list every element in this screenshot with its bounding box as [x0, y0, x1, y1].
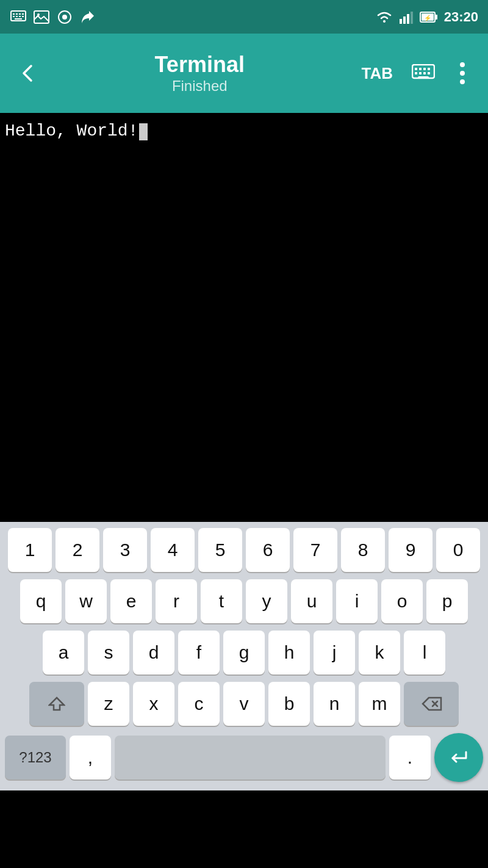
bottom-row: ?123 , .	[2, 733, 486, 790]
key-i[interactable]: i	[336, 579, 378, 623]
key-4[interactable]: 4	[151, 528, 195, 572]
svg-rect-26	[423, 68, 426, 70]
share-status-icon	[79, 9, 96, 26]
enter-button[interactable]	[434, 733, 483, 782]
status-left-icons	[10, 9, 96, 26]
key-3[interactable]: 3	[103, 528, 147, 572]
qwerty-row: q w e r t y u i o p	[2, 579, 486, 623]
toolbar-subtitle: Finished	[172, 78, 228, 95]
key-8[interactable]: 8	[341, 528, 385, 572]
key-x[interactable]: x	[133, 682, 174, 726]
key-t[interactable]: t	[201, 579, 242, 623]
status-bar: ⚡ 23:20	[0, 0, 488, 34]
key-r[interactable]: r	[156, 579, 197, 623]
key-w[interactable]: w	[65, 579, 107, 623]
keyboard-area: 1 2 3 4 5 6 7 8 9 0 q w e r t y u i o p …	[0, 522, 488, 790]
key-k[interactable]: k	[359, 631, 400, 675]
key-m[interactable]: m	[359, 682, 400, 726]
key-y[interactable]: y	[246, 579, 287, 623]
svg-rect-7	[19, 16, 21, 17]
settings-status-icon	[56, 9, 73, 26]
svg-rect-24	[415, 68, 417, 70]
key-5[interactable]: 5	[198, 528, 242, 572]
svg-point-33	[460, 62, 465, 67]
key-e[interactable]: e	[110, 579, 152, 623]
key-2[interactable]: 2	[56, 528, 99, 572]
svg-rect-6	[16, 16, 18, 17]
svg-rect-32	[418, 76, 429, 79]
zxcv-row: z x c v b n m	[2, 682, 486, 726]
svg-rect-3	[19, 13, 21, 15]
svg-point-13	[62, 15, 67, 20]
svg-rect-5	[13, 16, 15, 17]
key-g[interactable]: g	[223, 631, 265, 675]
key-0[interactable]: 0	[436, 528, 480, 572]
svg-rect-23	[412, 65, 434, 78]
key-a[interactable]: a	[43, 631, 84, 675]
more-options-button[interactable]	[449, 60, 476, 87]
keyboard-status-icon	[10, 9, 27, 26]
key-l[interactable]: l	[404, 631, 445, 675]
key-6[interactable]: 6	[246, 528, 290, 572]
svg-point-34	[460, 71, 465, 76]
svg-rect-25	[419, 68, 422, 70]
svg-rect-29	[419, 72, 422, 74]
status-right-icons: ⚡ 23:20	[376, 9, 478, 25]
svg-rect-18	[411, 12, 413, 24]
key-n[interactable]: n	[314, 682, 355, 726]
toolbar-title-group: Terminal Finished	[55, 52, 344, 95]
key-v[interactable]: v	[223, 682, 265, 726]
svg-rect-20	[435, 15, 437, 20]
svg-rect-16	[403, 16, 406, 24]
svg-rect-2	[16, 13, 18, 15]
keyboard-toggle-button[interactable]	[410, 60, 437, 87]
backspace-button[interactable]	[404, 682, 459, 726]
svg-rect-31	[428, 72, 430, 74]
key-z[interactable]: z	[88, 682, 129, 726]
svg-point-14	[383, 20, 386, 23]
key-u[interactable]: u	[291, 579, 332, 623]
key-d[interactable]: d	[133, 631, 174, 675]
svg-rect-1	[13, 13, 15, 15]
svg-point-35	[460, 79, 465, 84]
svg-rect-9	[15, 18, 22, 20]
key-f[interactable]: f	[178, 631, 220, 675]
key-o[interactable]: o	[381, 579, 423, 623]
svg-rect-8	[22, 16, 24, 17]
key-1[interactable]: 1	[8, 528, 52, 572]
key-s[interactable]: s	[88, 631, 129, 675]
toolbar: Terminal Finished TAB	[0, 34, 488, 113]
key-b[interactable]: b	[268, 682, 310, 726]
svg-rect-15	[400, 19, 402, 24]
sym-button[interactable]: ?123	[5, 736, 66, 779]
svg-text:⚡: ⚡	[424, 14, 432, 22]
key-7[interactable]: 7	[293, 528, 337, 572]
key-p[interactable]: p	[426, 579, 468, 623]
number-row: 1 2 3 4 5 6 7 8 9 0	[2, 528, 486, 572]
key-comma[interactable]: ,	[70, 736, 111, 779]
svg-rect-17	[407, 14, 409, 24]
key-c[interactable]: c	[178, 682, 220, 726]
toolbar-actions: TAB	[356, 59, 476, 88]
terminal-area[interactable]: Hello, World!	[0, 113, 488, 522]
back-button[interactable]	[12, 58, 43, 89]
terminal-output: Hello, World!	[5, 119, 483, 143]
toolbar-title: Terminal	[155, 52, 245, 78]
tab-button[interactable]: TAB	[356, 59, 398, 88]
key-period[interactable]: .	[389, 736, 431, 779]
status-time: 23:20	[444, 9, 478, 25]
key-h[interactable]: h	[268, 631, 310, 675]
key-j[interactable]: j	[314, 631, 355, 675]
battery-icon: ⚡	[420, 10, 438, 24]
terminal-cursor	[139, 123, 148, 140]
svg-rect-4	[22, 13, 24, 15]
asdf-row: a s d f g h j k l	[2, 631, 486, 675]
signal-icon	[399, 10, 414, 24]
shift-button[interactable]	[29, 682, 84, 726]
key-q[interactable]: q	[20, 579, 62, 623]
key-9[interactable]: 9	[389, 528, 432, 572]
svg-rect-28	[415, 72, 417, 74]
wifi-icon	[376, 10, 393, 24]
spacebar[interactable]	[115, 736, 386, 779]
svg-rect-27	[428, 68, 430, 70]
